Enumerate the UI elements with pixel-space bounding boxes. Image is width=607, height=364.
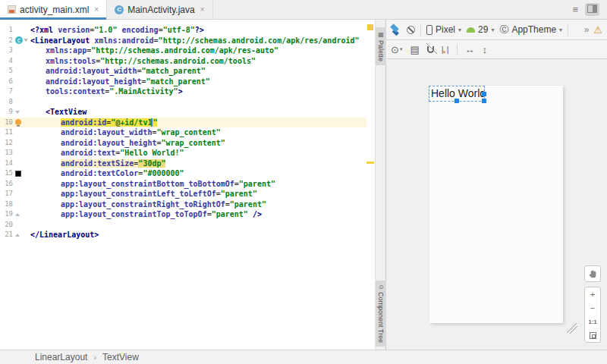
line-number: 13 — [0, 148, 13, 158]
toolbar-overflow-icon[interactable]: » — [584, 24, 589, 35]
code-text: xmlns:app="http://schemas.android.com/ap… — [29, 46, 366, 56]
autoconnect-off-icon[interactable] — [427, 46, 434, 53]
line-number: 15 — [0, 168, 13, 179]
gutter: 21 — [0, 230, 29, 240]
fold-expand-icon[interactable] — [15, 213, 20, 216]
code-text: android:textColor="#000000" — [29, 168, 366, 179]
code-line-19[interactable]: 19app:layout_constraintTop_toTopOf="pare… — [0, 209, 366, 220]
line-number: 10 — [0, 118, 13, 128]
resize-handle-bottom[interactable] — [454, 99, 459, 103]
horizontal-arrows-icon[interactable]: ↔ — [465, 45, 475, 55]
code-line-3[interactable]: 3xmlns:app="http://schemas.android.com/a… — [0, 46, 366, 56]
android-icon — [467, 27, 475, 33]
lightbulb-icon[interactable] — [15, 119, 21, 125]
class-indicator-icon[interactable]: c — [15, 36, 23, 44]
zoom-in-button[interactable]: + — [585, 287, 600, 301]
vertical-arrows-icon[interactable]: ↕ — [483, 45, 488, 55]
gutter: 19 — [0, 209, 29, 220]
code-editor[interactable]: 1<?xml version="1.0" encoding="utf-8"?>2… — [0, 20, 366, 350]
line-number: 21 — [0, 230, 13, 240]
line-number: 4 — [0, 56, 13, 67]
code-line-20[interactable]: 20 — [0, 220, 366, 231]
fold-collapse-icon[interactable] — [24, 39, 28, 42]
close-icon[interactable]: × — [94, 5, 99, 14]
line-number: 18 — [0, 199, 13, 210]
fold-collapse-icon[interactable] — [15, 111, 20, 114]
code-line-4[interactable]: 4xmlns:tools="http://schemas.android.com… — [0, 56, 366, 67]
gutter: 9 — [0, 107, 29, 118]
code-line-14[interactable]: 14android:textSize="30dp" — [0, 158, 366, 169]
code-line-10[interactable]: 10android:id="@+id/tv1" — [0, 118, 366, 128]
device-selector[interactable]: Pixel ▾ — [426, 24, 461, 35]
inspection-status-icon[interactable] — [367, 24, 373, 30]
warning-stripe-mark[interactable] — [366, 162, 374, 164]
gutter: 14 — [0, 158, 29, 169]
code-line-12[interactable]: 12android:layout_height="wrap_content" — [0, 138, 366, 149]
zoom-to-fit-button[interactable] — [585, 328, 600, 342]
api-level-selector[interactable]: 29 ▾ — [467, 24, 494, 35]
toolbar-separator — [568, 24, 568, 36]
code-line-1[interactable]: 1<?xml version="1.0" encoding="utf-8"?> — [0, 25, 366, 36]
view-options-button[interactable]: ⊙ ▾ — [391, 45, 402, 55]
line-number: 14 — [0, 158, 13, 169]
code-line-2[interactable]: 2c<LinearLayout xmlns:android="http://sc… — [0, 36, 366, 46]
resize-handle-corner[interactable] — [482, 99, 486, 103]
editor-error-stripe[interactable] — [366, 20, 375, 350]
line-number: 17 — [0, 189, 13, 199]
breadcrumb-linearlayout[interactable]: LinearLayout — [35, 352, 87, 362]
code-line-7[interactable]: 7tools:context=".MainActivity"> — [0, 86, 366, 97]
component-tree-tab[interactable]: ⊙ Component Tree — [376, 281, 386, 347]
warning-triangle-icon[interactable]: ⚠ — [593, 24, 602, 36]
theme-selector[interactable]: Ⓒ AppTheme ▾ — [499, 24, 562, 36]
breadcrumb-textview[interactable]: TextView — [102, 352, 139, 362]
code-line-8[interactable]: 8 — [0, 97, 366, 108]
code-text: xmlns:tools="http://schemas.android.com/… — [29, 56, 366, 67]
device-preview-canvas[interactable] — [429, 86, 563, 323]
code-line-21[interactable]: 21</LinearLayout> — [0, 230, 366, 240]
code-line-16[interactable]: 16app:layout_constraintBottom_toBottomOf… — [0, 179, 366, 190]
orientation-icon[interactable] — [407, 26, 415, 34]
design-canvas-area[interactable]: Hello World! + − 1:1 — [386, 59, 607, 350]
resize-handle-right[interactable] — [482, 92, 486, 96]
chevron-down-icon: ▾ — [458, 27, 461, 33]
blueprint-surface-icon[interactable]: ▤ — [410, 45, 419, 55]
code-line-17[interactable]: 17app:layout_constraintLeft_toLeftOf="pa… — [0, 189, 366, 199]
code-text: android:text="Hello World!" — [29, 148, 366, 158]
code-line-18[interactable]: 18app:layout_constraintRight_toRightOf="… — [0, 199, 366, 210]
hamburger-menu-icon[interactable]: ≡ — [570, 3, 580, 16]
tab-activity-main-xml[interactable]: activity_main.xml × — [0, 0, 107, 19]
gutter: 10 — [0, 118, 29, 128]
zoom-out-button[interactable]: − — [585, 301, 600, 315]
gutter: 13 — [0, 148, 29, 158]
panel-resize-grip-icon[interactable] — [567, 323, 577, 334]
zoom-actual-size-button[interactable]: 1:1 — [585, 315, 600, 328]
code-line-11[interactable]: 11android:layout_width="wrap_content" — [0, 127, 366, 138]
line-number: 6 — [0, 77, 13, 87]
palette-tab[interactable]: ▦ Palette — [376, 27, 386, 65]
code-line-5[interactable]: 5android:layout_width="match_parent" — [0, 66, 366, 77]
split-view-icon[interactable] — [585, 3, 599, 16]
clear-constraints-icon[interactable]: |×| — [442, 45, 449, 54]
gutter: 7 — [0, 86, 29, 97]
tab-label: MainActivity.java — [127, 5, 194, 15]
tab-mainactivity-java[interactable]: C MainActivity.java × — [107, 0, 212, 19]
design-surface-icon[interactable] — [390, 24, 398, 32]
textview-selection-box[interactable]: Hello World! — [429, 86, 485, 102]
gutter: 16 — [0, 179, 29, 190]
code-line-6[interactable]: 6android:layout_height="match_parent" — [0, 77, 366, 87]
close-icon[interactable]: × — [200, 5, 205, 14]
zoom-controls: + − 1:1 — [584, 287, 601, 343]
color-preview-icon[interactable] — [15, 171, 21, 177]
code-line-9[interactable]: 9<TextView — [0, 107, 366, 118]
line-number: 2 — [0, 36, 13, 46]
pan-button[interactable] — [584, 265, 601, 282]
fold-expand-icon[interactable] — [15, 234, 20, 237]
code-line-13[interactable]: 13android:text="Hello World!" — [0, 148, 366, 158]
toolbar-separator — [420, 24, 421, 36]
code-text: app:layout_constraintLeft_toLeftOf="pare… — [29, 189, 366, 199]
code-text: app:layout_constraintRight_toRightOf="pa… — [29, 199, 366, 210]
tab-label: activity_main.xml — [20, 5, 89, 15]
gutter: 3 — [0, 46, 29, 56]
gutter: 17 — [0, 189, 29, 199]
code-line-15[interactable]: 15android:textColor="#000000" — [0, 168, 366, 179]
